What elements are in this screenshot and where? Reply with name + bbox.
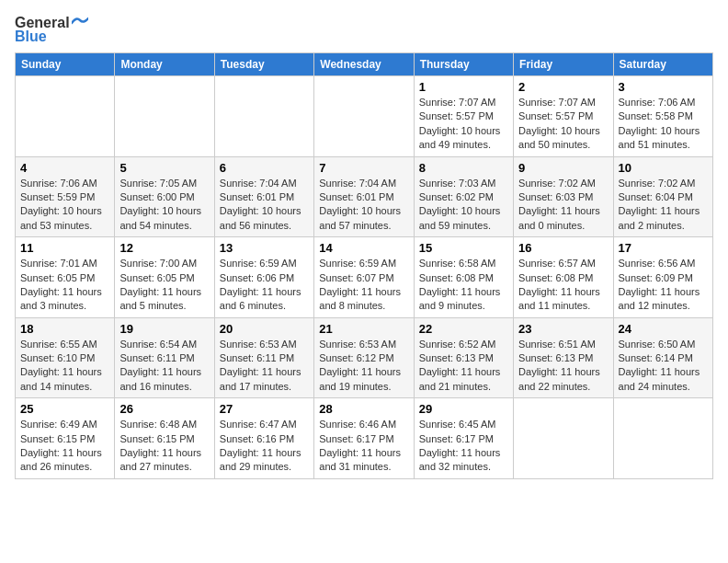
sunrise-label: Sunrise: [220, 258, 259, 269]
calendar-week-row: 1 Sunrise: 7:07 AM Sunset: 5:57 PM Dayli… [16, 76, 713, 157]
sunrise-time: 7:04 AM [259, 178, 296, 189]
sunrise-label: Sunrise: [319, 178, 358, 189]
calendar-week-row: 11 Sunrise: 7:01 AM Sunset: 6:05 PM Dayl… [16, 237, 713, 318]
sunset-time: 6:13 PM [456, 352, 494, 363]
day-number: 11 [20, 241, 109, 255]
sunset-label: Sunset: [619, 352, 655, 363]
sunrise-time: 7:04 AM [359, 178, 396, 189]
day-header-monday: Monday [115, 53, 214, 76]
day-number: 21 [319, 322, 408, 336]
sunrise-time: 6:53 AM [259, 339, 296, 350]
day-info: Sunrise: 6:46 AM Sunset: 6:17 PM Dayligh… [319, 418, 408, 475]
sunset-label: Sunset: [419, 352, 456, 363]
sunset-time: 6:00 PM [157, 191, 195, 202]
sunset-time: 6:14 PM [655, 352, 693, 363]
sunset-time: 6:04 PM [655, 191, 693, 202]
day-number: 26 [119, 402, 209, 416]
sunrise-time: 6:52 AM [459, 339, 495, 350]
sunset-time: 6:02 PM [456, 191, 494, 202]
calendar-day-cell: 12 Sunrise: 7:00 AM Sunset: 6:05 PM Dayl… [115, 237, 214, 318]
daylight-label: Daylight: 11 hours and 6 minutes. [220, 286, 301, 311]
sunrise-time: 6:59 AM [259, 258, 296, 269]
daylight-label: Daylight: 11 hours and 24 minutes. [619, 366, 700, 391]
calendar-day-cell: 17 Sunrise: 6:56 AM Sunset: 6:09 PM Dayl… [613, 237, 712, 318]
sunset-time: 6:16 PM [256, 433, 294, 444]
daylight-label: Daylight: 11 hours and 31 minutes. [319, 447, 401, 472]
day-info: Sunrise: 6:55 AM Sunset: 6:10 PM Dayligh… [20, 338, 109, 395]
sunrise-time: 7:02 AM [658, 178, 695, 189]
calendar-day-cell: 2 Sunrise: 7:07 AM Sunset: 5:57 PM Dayli… [514, 76, 613, 157]
empty-cell [115, 76, 214, 157]
sunrise-label: Sunrise: [619, 178, 658, 189]
sunrise-label: Sunrise: [220, 419, 259, 430]
daylight-label: Daylight: 10 hours and 51 minutes. [619, 125, 700, 150]
calendar-day-cell: 9 Sunrise: 7:02 AM Sunset: 6:03 PM Dayli… [514, 156, 613, 237]
header: General Blue [15, 15, 713, 45]
sunset-time: 6:11 PM [157, 352, 195, 363]
sunrise-label: Sunrise: [419, 258, 459, 269]
sunrise-label: Sunrise: [518, 178, 558, 189]
day-info: Sunrise: 7:06 AM Sunset: 5:58 PM Dayligh… [619, 96, 708, 153]
sunset-label: Sunset: [419, 433, 456, 444]
sunrise-label: Sunrise: [419, 178, 459, 189]
day-number: 13 [220, 241, 309, 255]
sunset-label: Sunset: [119, 352, 156, 363]
sunset-label: Sunset: [220, 191, 256, 202]
daylight-label: Daylight: 10 hours and 57 minutes. [319, 205, 401, 230]
day-info: Sunrise: 7:07 AM Sunset: 5:57 PM Dayligh… [518, 96, 608, 153]
logo-swoosh-icon [72, 17, 88, 29]
sunrise-time: 7:07 AM [559, 97, 596, 108]
day-info: Sunrise: 7:04 AM Sunset: 6:01 PM Dayligh… [319, 177, 408, 234]
calendar-day-cell: 8 Sunrise: 7:03 AM Sunset: 6:02 PM Dayli… [414, 156, 513, 237]
sunrise-label: Sunrise: [20, 258, 60, 269]
sunrise-label: Sunrise: [419, 419, 459, 430]
day-info: Sunrise: 6:54 AM Sunset: 6:11 PM Dayligh… [119, 338, 209, 395]
sunset-label: Sunset: [319, 433, 356, 444]
daylight-label: Daylight: 10 hours and 50 minutes. [518, 125, 600, 150]
logo-text-block: General Blue [15, 15, 88, 45]
empty-cell [214, 76, 313, 157]
daylight-label: Daylight: 11 hours and 27 minutes. [119, 447, 201, 472]
sunrise-time: 6:56 AM [658, 258, 695, 269]
sunset-label: Sunset: [518, 110, 555, 121]
sunrise-time: 6:55 AM [60, 339, 97, 350]
sunrise-time: 6:53 AM [359, 339, 396, 350]
calendar-day-cell: 5 Sunrise: 7:05 AM Sunset: 6:00 PM Dayli… [115, 156, 214, 237]
sunset-time: 6:15 PM [57, 433, 95, 444]
daylight-label: Daylight: 10 hours and 54 minutes. [119, 205, 201, 230]
day-number: 22 [419, 322, 508, 336]
calendar-day-cell: 19 Sunrise: 6:54 AM Sunset: 6:11 PM Dayl… [115, 317, 214, 398]
day-number: 28 [319, 402, 408, 416]
sunrise-time: 6:49 AM [60, 419, 97, 430]
calendar-day-cell: 25 Sunrise: 6:49 AM Sunset: 6:15 PM Dayl… [16, 398, 115, 479]
day-number: 16 [518, 241, 608, 255]
day-number: 3 [619, 80, 708, 94]
sunset-label: Sunset: [20, 352, 57, 363]
day-number: 25 [20, 402, 109, 416]
daylight-label: Daylight: 11 hours and 14 minutes. [20, 366, 102, 391]
sunset-time: 6:08 PM [456, 272, 494, 283]
day-number: 7 [319, 161, 408, 175]
sunset-label: Sunset: [220, 352, 256, 363]
sunrise-time: 6:51 AM [559, 339, 596, 350]
sunset-time: 6:10 PM [57, 352, 95, 363]
day-info: Sunrise: 7:02 AM Sunset: 6:03 PM Dayligh… [518, 177, 608, 234]
day-info: Sunrise: 7:03 AM Sunset: 6:02 PM Dayligh… [419, 177, 508, 234]
sunrise-time: 6:58 AM [459, 258, 495, 269]
day-info: Sunrise: 7:04 AM Sunset: 6:01 PM Dayligh… [220, 177, 309, 234]
sunset-time: 6:05 PM [157, 272, 195, 283]
sunrise-time: 6:54 AM [160, 339, 197, 350]
daylight-label: Daylight: 11 hours and 16 minutes. [119, 366, 201, 391]
sunrise-time: 6:47 AM [259, 419, 296, 430]
sunset-label: Sunset: [518, 191, 555, 202]
sunrise-label: Sunrise: [119, 178, 159, 189]
calendar-day-cell: 21 Sunrise: 6:53 AM Sunset: 6:12 PM Dayl… [314, 317, 414, 398]
daylight-label: Daylight: 11 hours and 22 minutes. [518, 366, 600, 391]
day-info: Sunrise: 6:58 AM Sunset: 6:08 PM Dayligh… [419, 257, 508, 314]
calendar-day-cell: 20 Sunrise: 6:53 AM Sunset: 6:11 PM Dayl… [214, 317, 313, 398]
daylight-label: Daylight: 11 hours and 32 minutes. [419, 447, 501, 472]
sunset-time: 6:11 PM [256, 352, 294, 363]
calendar-day-cell: 3 Sunrise: 7:06 AM Sunset: 5:58 PM Dayli… [613, 76, 712, 157]
sunset-label: Sunset: [419, 191, 456, 202]
calendar-week-row: 4 Sunrise: 7:06 AM Sunset: 5:59 PM Dayli… [16, 156, 713, 237]
